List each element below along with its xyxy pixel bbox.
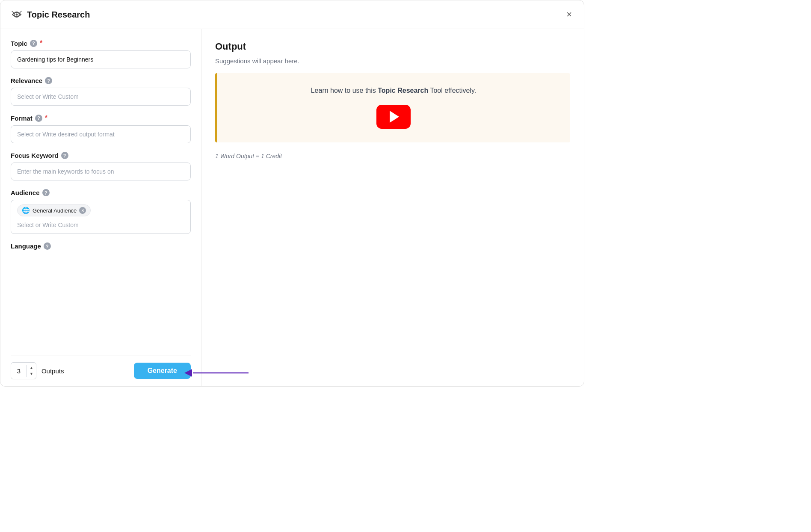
stepper-down-button[interactable]: ▼ bbox=[27, 371, 36, 377]
youtube-play-button[interactable] bbox=[376, 105, 411, 129]
audience-tag-label: General Audience bbox=[33, 207, 77, 214]
focus-keyword-label: Focus Keyword ? bbox=[11, 152, 191, 159]
modal-header: Topic Research × bbox=[0, 0, 584, 29]
format-label-text: Format bbox=[11, 115, 33, 122]
topic-label-text: Topic bbox=[11, 40, 27, 47]
credit-note: 1 Word Output = 1 Credit bbox=[215, 153, 570, 160]
format-required-star: * bbox=[45, 114, 47, 122]
format-label: Format ? * bbox=[11, 114, 191, 122]
video-card-text-part2: Tool effectively. bbox=[428, 87, 476, 94]
topic-required-star: * bbox=[40, 39, 42, 47]
topic-help-icon[interactable]: ? bbox=[30, 40, 37, 47]
video-card-text-part1: Learn how to use this bbox=[311, 87, 378, 94]
title-wrap: Topic Research bbox=[11, 9, 90, 21]
topic-input[interactable] bbox=[11, 50, 191, 68]
close-modal-button[interactable]: × bbox=[565, 8, 574, 21]
audience-field-group: Audience ? 🌐 General Audience × Select o… bbox=[11, 189, 191, 234]
generate-button[interactable]: Generate bbox=[134, 363, 191, 379]
video-card-text: Learn how to use this Topic Research Too… bbox=[311, 87, 477, 95]
relevance-help-icon[interactable]: ? bbox=[45, 77, 52, 84]
outputs-label: Outputs bbox=[41, 367, 64, 375]
relevance-input[interactable] bbox=[11, 88, 191, 106]
audience-globe-icon: 🌐 bbox=[22, 207, 30, 214]
topic-label: Topic ? * bbox=[11, 39, 191, 47]
format-help-icon[interactable]: ? bbox=[35, 115, 42, 122]
video-card-bold: Topic Research bbox=[378, 87, 428, 94]
left-panel: Topic ? * Relevance ? Format ? * bbox=[0, 29, 201, 386]
relevance-label-text: Relevance bbox=[11, 77, 42, 84]
language-label-text: Language bbox=[11, 242, 41, 250]
close-modal-icon: × bbox=[566, 9, 572, 20]
format-field-group: Format ? * bbox=[11, 114, 191, 143]
stepper-up-button[interactable]: ▲ bbox=[27, 365, 36, 371]
svg-line-2 bbox=[12, 11, 14, 13]
topic-research-icon bbox=[11, 9, 23, 21]
focus-keyword-input[interactable] bbox=[11, 163, 191, 180]
modal-body: Topic ? * Relevance ? Format ? * bbox=[0, 29, 584, 386]
stepper-arrows: ▲ ▼ bbox=[27, 365, 36, 377]
modal-container: Topic Research × Topic ? * Relevance bbox=[0, 0, 584, 387]
svg-line-3 bbox=[20, 11, 21, 13]
audience-help-icon[interactable]: ? bbox=[42, 189, 50, 196]
language-label: Language ? bbox=[11, 242, 191, 250]
focus-keyword-field-group: Focus Keyword ? bbox=[11, 152, 191, 180]
svg-point-1 bbox=[16, 14, 18, 16]
focus-keyword-help-icon[interactable]: ? bbox=[61, 152, 68, 159]
audience-placeholder: Select or Write Custom bbox=[17, 222, 184, 228]
focus-keyword-label-text: Focus Keyword bbox=[11, 152, 59, 159]
left-footer: ▲ ▼ Outputs Generate bbox=[11, 355, 191, 386]
youtube-play-icon bbox=[390, 111, 399, 123]
right-panel: Output Suggestions will appear here. Lea… bbox=[201, 29, 584, 386]
relevance-field-group: Relevance ? bbox=[11, 77, 191, 106]
relevance-label: Relevance ? bbox=[11, 77, 191, 84]
outputs-stepper[interactable]: ▲ ▼ bbox=[11, 362, 36, 379]
language-help-icon[interactable]: ? bbox=[44, 242, 51, 250]
audience-label: Audience ? bbox=[11, 189, 191, 196]
outputs-value-input[interactable] bbox=[11, 367, 27, 375]
audience-field[interactable]: 🌐 General Audience × Select or Write Cus… bbox=[11, 200, 191, 234]
audience-tag-remove-button[interactable]: × bbox=[79, 207, 86, 214]
topic-field-group: Topic ? * bbox=[11, 39, 191, 68]
modal-title: Topic Research bbox=[27, 10, 90, 20]
video-card: Learn how to use this Topic Research Too… bbox=[215, 73, 570, 142]
audience-label-text: Audience bbox=[11, 189, 40, 196]
format-input[interactable] bbox=[11, 125, 191, 143]
output-title: Output bbox=[215, 41, 570, 52]
audience-tag: 🌐 General Audience × bbox=[17, 204, 91, 216]
language-field-group: Language ? bbox=[11, 242, 191, 253]
suggestions-placeholder: Suggestions will appear here. bbox=[215, 57, 570, 65]
